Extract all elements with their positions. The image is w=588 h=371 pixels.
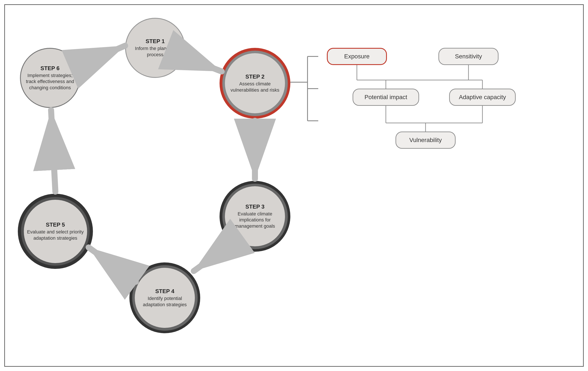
step5-label: STEP 5 [46, 221, 65, 228]
step2-label: STEP 2 [245, 73, 264, 80]
step2-middle-ring: STEP 2 Assess climate vulnerabilities an… [222, 51, 288, 116]
step3-label: STEP 3 [245, 203, 264, 210]
vulnerability-box: Vulnerability [396, 132, 456, 149]
step3-circle: STEP 3 Evaluate climate implications for… [225, 186, 285, 246]
step6-text: Implement strategies; track effectivenes… [21, 72, 79, 91]
step3-text: Evaluate climate implications for manage… [225, 211, 285, 229]
vulnerability-diagram: Exposure Sensitivity Potential impact Ad… [310, 39, 578, 189]
main-container: STEP 1 Inform the planning process STEP … [4, 4, 584, 367]
step2-circle: STEP 2 Assess climate vulnerabilities an… [225, 53, 285, 113]
step2-outer-ring: STEP 2 Assess climate vulnerabilities an… [220, 48, 290, 119]
adaptive-capacity-label: Adaptive capacity [459, 94, 506, 101]
step4-circle: STEP 4 Identify potential adaptation str… [135, 268, 195, 328]
exposure-box: Exposure [327, 48, 387, 65]
step5-middle-ring: STEP 5 Evaluate and select priority adap… [21, 197, 90, 266]
step1-text: Inform the planning process [126, 45, 184, 58]
sensitivity-label: Sensitivity [455, 53, 482, 60]
potential-impact-box: Potential impact [353, 89, 419, 106]
exposure-label: Exposure [344, 53, 369, 60]
step6-label: STEP 6 [40, 65, 59, 72]
step5-text: Evaluate and select priority adaptation … [24, 229, 87, 241]
potential-impact-label: Potential impact [364, 94, 407, 101]
adaptive-capacity-box: Adaptive capacity [449, 89, 516, 106]
step6-circle: STEP 6 Implement strategies; track effec… [20, 48, 80, 108]
arrow-step6-to-step1 [80, 46, 125, 65]
step2-text: Assess climate vulnerabilities and risks [225, 81, 285, 93]
step1-circle: STEP 1 Inform the planning process [125, 18, 185, 78]
arrow-step3-to-step4 [194, 243, 232, 271]
vulnerability-label: Vulnerability [409, 137, 442, 144]
arrow-step1-to-step2 [183, 56, 222, 72]
step4-middle-ring: STEP 4 Identify potential adaptation str… [132, 265, 198, 331]
step4-outer-ring: STEP 4 Identify potential adaptation str… [129, 262, 200, 333]
arrow-step4-to-step5 [89, 247, 136, 282]
sensitivity-box: Sensitivity [438, 48, 499, 65]
step5-circle: STEP 5 Evaluate and select priority adap… [24, 200, 87, 263]
step4-text: Identify potential adaptation strategies [135, 296, 195, 308]
step4-label: STEP 4 [155, 288, 174, 295]
step3-outer-ring: STEP 3 Evaluate climate implications for… [220, 181, 290, 252]
step5-outer-ring: STEP 5 Evaluate and select priority adap… [18, 194, 93, 269]
arrow-step5-to-step6 [51, 110, 55, 192]
step3-middle-ring: STEP 3 Evaluate climate implications for… [222, 184, 288, 249]
step1-label: STEP 1 [146, 38, 165, 45]
